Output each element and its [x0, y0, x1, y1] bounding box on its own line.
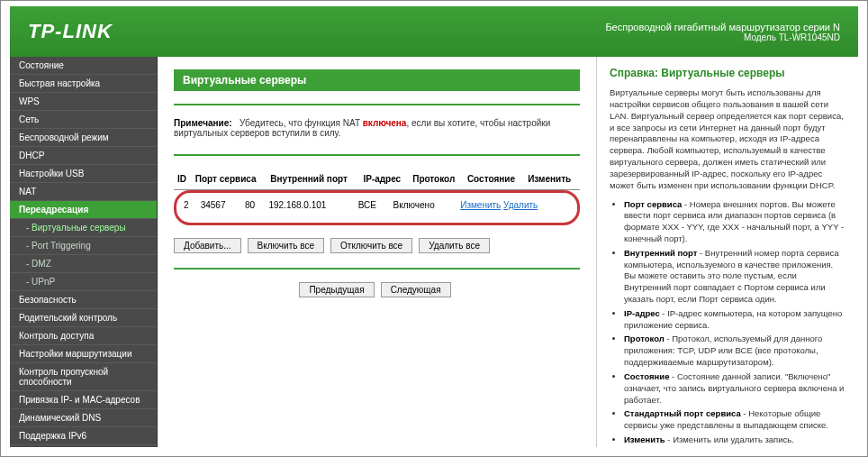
page-title: Виртуальные серверы [174, 69, 580, 91]
nav-item[interactable]: Контроль доступа [10, 327, 157, 345]
next-button[interactable]: Следующая [381, 282, 451, 297]
note-prefix: Примечание: [174, 118, 232, 128]
help-bullet: Внутренний порт - Внутренний номер порта… [624, 248, 845, 306]
nav-item[interactable]: Родительский контроль [10, 309, 157, 327]
nav-item[interactable]: Беспроводной режим [10, 129, 157, 147]
cell-id: 2 [180, 195, 197, 215]
main-content: Виртуальные серверы Примечание: Убедитес… [158, 57, 597, 447]
button-row: Добавить... Включить все Отключить все У… [174, 238, 580, 253]
col-ip: IP-адрес [359, 169, 409, 190]
nav-item[interactable]: - DMZ [10, 255, 157, 273]
help-title: Справка: Виртуальные серверы [610, 66, 845, 80]
help-bullet: IP-адрес - IP-адрес компьютера, на котор… [624, 308, 845, 332]
disable-all-button[interactable]: Отключить все [330, 238, 412, 253]
col-iport: Внутренний порт [267, 169, 359, 190]
sidebar: СостояниеБыстрая настройкаWPSСетьБеспров… [10, 57, 158, 447]
delete-link[interactable]: Удалить [503, 200, 538, 210]
col-proto: Протокол [409, 169, 464, 190]
cell-actions: Изменить Удалить [457, 195, 574, 215]
pager: Предыдущая Следующая [174, 282, 580, 297]
nav-item[interactable]: Динамический DNS [10, 409, 157, 427]
help-bullet: Состояние - Состояние данной записи. "Вк… [624, 371, 845, 406]
nav-item[interactable]: NAT [10, 183, 157, 201]
nat-note: Примечание: Убедитесь, что функция NAT в… [174, 118, 580, 138]
col-id: ID [174, 169, 192, 190]
nav-item[interactable]: Поддержка IPv6 [10, 427, 157, 445]
nav-item[interactable]: DHCP [10, 147, 157, 165]
col-state: Состояние [464, 169, 524, 190]
prev-button[interactable]: Предыдущая [299, 282, 374, 297]
nav-item[interactable]: - Виртуальные серверы [10, 219, 157, 237]
help-bullet: Стандартный порт сервиса - Некоторые общ… [624, 408, 845, 432]
nav-item[interactable]: Настройки маршрутизации [10, 345, 157, 363]
header-model: Модель TL-WR1045ND [605, 32, 840, 42]
edit-link[interactable]: Изменить [460, 200, 501, 210]
help-bullet: Изменить - Изменить или удалить запись. [624, 434, 845, 446]
col-port: Порт сервиса [192, 169, 267, 190]
col-edit: Изменить [524, 169, 580, 190]
vs-table: ID Порт сервиса Внутренний порт IP-адрес… [174, 169, 580, 190]
cell-iport: 80 [241, 195, 265, 215]
header-title: Беспроводной гигабитный маршрутизатор се… [605, 22, 840, 32]
header: TP-LINK Беспроводной гигабитный маршрути… [10, 6, 858, 57]
cell-state: Включено [390, 195, 457, 215]
help-bullet: Порт сервиса - Номера внешних портов. Вы… [624, 199, 845, 245]
brand-logo: TP-LINK [28, 20, 113, 43]
nav-item[interactable]: Контроль пропускной способности [10, 363, 157, 391]
cell-port: 34567 [197, 195, 241, 215]
nav-item[interactable]: Переадресация [10, 201, 157, 219]
help-panel: Справка: Виртуальные серверы Виртуальные… [597, 57, 858, 447]
nav-item[interactable]: - Port Triggering [10, 237, 157, 255]
nav-item[interactable]: Сеть [10, 111, 157, 129]
nav-item[interactable]: Безопасность [10, 291, 157, 309]
note-text1: Убедитесь, что функция NAT [240, 118, 360, 128]
add-button[interactable]: Добавить... [174, 238, 241, 253]
cell-proto: ВСЕ [355, 195, 390, 215]
enable-all-button[interactable]: Включить все [248, 238, 324, 253]
nav-item[interactable]: Состояние [10, 57, 157, 75]
delete-all-button[interactable]: Удалить все [419, 238, 490, 253]
help-intro: Виртуальные серверы могут быть использов… [610, 87, 845, 191]
nav-item[interactable]: - UPnP [10, 273, 157, 291]
header-right: Беспроводной гигабитный маршрутизатор се… [605, 22, 840, 42]
help-bullet: Протокол - Протокол, используемый для да… [624, 334, 845, 368]
cell-ip: 192.168.0.101 [265, 195, 354, 215]
table-row: 23456780192.168.0.101ВСЕВключеноИзменить… [180, 195, 574, 215]
nav-item[interactable]: Быстрая настройка [10, 75, 157, 93]
highlighted-row-wrap: 23456780192.168.0.101ВСЕВключеноИзменить… [174, 190, 580, 225]
nav-item[interactable]: Привязка IP- и MAC-адресов [10, 391, 157, 409]
nav-item[interactable]: WPS [10, 93, 157, 111]
note-red: включена [363, 118, 407, 128]
nav-item[interactable]: Системные инструменты [10, 445, 157, 447]
nav-item[interactable]: Настройки USB [10, 165, 157, 183]
